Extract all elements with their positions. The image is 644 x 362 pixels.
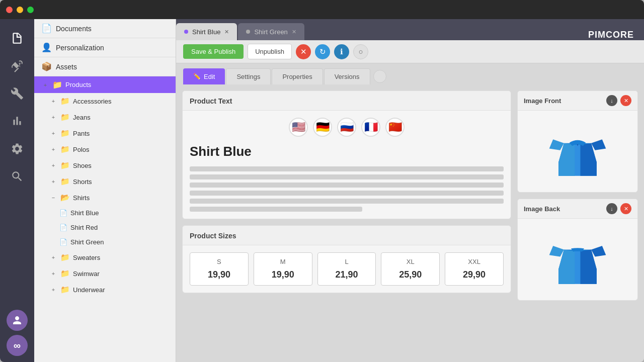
sidebar-icon-barchart[interactable] bbox=[0, 107, 34, 135]
image-back-upload-btn[interactable]: ↓ bbox=[606, 203, 617, 214]
tab-shirt-green[interactable]: Shirt Green ✕ bbox=[238, 23, 304, 40]
sidebar-icon-gear[interactable] bbox=[0, 135, 34, 162]
tree-item-shoes[interactable]: + 📁 Shoes bbox=[34, 157, 176, 173]
image-back-header: Image Back ↓ ✕ bbox=[518, 199, 637, 219]
image-front-container bbox=[518, 111, 637, 192]
sidebar-icon-search[interactable] bbox=[0, 162, 34, 190]
size-cell-s: S 19,90 bbox=[190, 252, 249, 286]
tab-close-shirt-blue[interactable]: ✕ bbox=[224, 29, 229, 35]
toolbar: Save & Publish Unpublish ✕ ↻ ℹ ○ bbox=[176, 40, 644, 63]
jeans-expander[interactable]: + bbox=[49, 113, 57, 121]
product-text-header: Product Text bbox=[183, 91, 511, 111]
tab-properties[interactable]: Properties bbox=[272, 68, 323, 84]
sweaters-label: Sweaters bbox=[73, 254, 100, 261]
sweaters-folder-icon: 📁 bbox=[60, 253, 70, 262]
image-front-delete-btn[interactable]: ✕ bbox=[620, 95, 631, 106]
text-line-3 bbox=[190, 183, 504, 188]
product-sizes-header: Product Sizes bbox=[183, 226, 511, 245]
products-label: Products bbox=[65, 81, 91, 88]
shirt-green-doc-icon: 📄 bbox=[59, 238, 67, 246]
sidebar-icon-wrench2[interactable] bbox=[0, 79, 34, 107]
circle-button[interactable]: ○ bbox=[353, 44, 368, 59]
edit-pencil-icon: ✏️ bbox=[193, 73, 201, 80]
tree-item-documents[interactable]: 📄 Documents bbox=[34, 19, 176, 38]
unpublish-button[interactable]: Unpublish bbox=[248, 44, 292, 59]
tree-item-shirt-blue[interactable]: 📄 Shirt Blue bbox=[34, 206, 176, 220]
tree-item-polos[interactable]: + 📁 Polos bbox=[34, 141, 176, 157]
polos-folder-icon: 📁 bbox=[60, 145, 70, 154]
size-price-m: 19,90 bbox=[272, 269, 294, 280]
tab-settings[interactable]: Settings bbox=[226, 68, 271, 84]
size-label-xl: XL bbox=[407, 258, 415, 265]
tree-item-personalization[interactable]: 👤 Personalization bbox=[34, 38, 176, 57]
info-button[interactable]: ℹ bbox=[334, 44, 349, 59]
tab-edit[interactable]: ✏️ Edit bbox=[183, 68, 225, 84]
refresh-button[interactable]: ↻ bbox=[315, 44, 330, 59]
main-content: Product Text 🇺🇸 🇩🇪 🇷🇺 🇫🇷 🇨🇳 Shirt Blue bbox=[176, 84, 644, 362]
delete-button[interactable]: ✕ bbox=[296, 44, 311, 59]
image-front-upload-btn[interactable]: ↓ bbox=[606, 95, 617, 106]
sidebar-icon-file[interactable] bbox=[0, 24, 34, 52]
size-cell-l: L 21,90 bbox=[317, 252, 376, 286]
shoes-folder-icon: 📁 bbox=[60, 161, 70, 170]
shorts-folder-icon: 📁 bbox=[60, 177, 70, 186]
tree-item-pants[interactable]: + 📁 Pants bbox=[34, 125, 176, 141]
main-layout: ∞ 📄 Documents 👤 Personalization 📦 Assets bbox=[0, 19, 644, 362]
tree-item-assets[interactable]: 📦 Assets bbox=[34, 57, 176, 76]
size-label-l: L bbox=[345, 258, 348, 265]
underwear-expander[interactable]: + bbox=[49, 286, 57, 294]
size-price-xl: 25,90 bbox=[399, 269, 422, 280]
cube-icon: 📦 bbox=[41, 61, 52, 72]
tree-item-sweaters[interactable]: + 📁 Sweaters bbox=[34, 249, 176, 265]
tab-close-shirt-green[interactable]: ✕ bbox=[292, 29, 296, 35]
tab-shirt-blue[interactable]: Shirt Blue ✕ bbox=[176, 23, 237, 40]
content-tab-extra[interactable] bbox=[373, 70, 386, 83]
products-expander[interactable]: + bbox=[41, 81, 49, 89]
tab-dot-green bbox=[246, 30, 250, 34]
flag-ru[interactable]: 🇷🇺 bbox=[337, 118, 356, 137]
tree-item-products[interactable]: + 📁 Products bbox=[34, 76, 176, 93]
size-label-m: M bbox=[280, 258, 286, 265]
accessories-expander[interactable]: + bbox=[49, 97, 57, 105]
tree-item-accessories[interactable]: + 📁 Accesssories bbox=[34, 93, 176, 109]
flag-fr[interactable]: 🇫🇷 bbox=[361, 118, 380, 137]
minimize-dot[interactable] bbox=[17, 7, 23, 13]
sidebar-icon-wrench[interactable] bbox=[0, 52, 34, 79]
jeans-folder-icon: 📁 bbox=[60, 113, 70, 122]
image-back-delete-btn[interactable]: ✕ bbox=[620, 203, 631, 214]
tree-item-swimwar[interactable]: + 📁 Swimwar bbox=[34, 265, 176, 282]
flag-us[interactable]: 🇺🇸 bbox=[289, 118, 308, 137]
pants-expander[interactable]: + bbox=[49, 129, 57, 137]
size-price-l: 21,90 bbox=[335, 269, 358, 280]
tree-item-underwear[interactable]: + 📁 Underwear bbox=[34, 282, 176, 298]
titlebar bbox=[0, 0, 644, 19]
user-avatar[interactable] bbox=[7, 310, 28, 331]
tab-versions[interactable]: Versions bbox=[324, 68, 370, 84]
tree-item-shorts[interactable]: + 📁 Shorts bbox=[34, 173, 176, 190]
tree-item-shirt-red[interactable]: 📄 Shirt Red bbox=[34, 220, 176, 235]
infinity-button[interactable]: ∞ bbox=[7, 335, 28, 356]
sweaters-expander[interactable]: + bbox=[49, 253, 57, 261]
image-back-actions: ↓ ✕ bbox=[606, 203, 631, 214]
text-line-6 bbox=[190, 207, 362, 212]
shirts-folder-icon: 📂 bbox=[60, 193, 70, 202]
swimwar-expander[interactable]: + bbox=[49, 269, 57, 278]
tree-item-jeans[interactable]: + 📁 Jeans bbox=[34, 109, 176, 125]
maximize-dot[interactable] bbox=[27, 7, 34, 13]
flag-cn[interactable]: 🇨🇳 bbox=[385, 118, 405, 137]
pimcore-logo-text: PIMCORE bbox=[588, 30, 634, 40]
text-line-4 bbox=[190, 191, 504, 196]
image-front-card: Image Front ↓ ✕ bbox=[517, 90, 638, 193]
shorts-expander[interactable]: + bbox=[49, 177, 57, 186]
size-label-s: S bbox=[217, 258, 221, 265]
shoes-expander[interactable]: + bbox=[49, 161, 57, 169]
size-cell-m: M 19,90 bbox=[254, 252, 312, 286]
tree-item-shirts[interactable]: − 📂 Shirts bbox=[34, 190, 176, 206]
save-publish-button[interactable]: Save & Publish bbox=[183, 44, 244, 59]
tree-item-shirt-green[interactable]: 📄 Shirt Green bbox=[34, 235, 176, 249]
shirts-expander[interactable]: − bbox=[49, 194, 57, 202]
polos-expander[interactable]: + bbox=[49, 145, 57, 153]
product-sizes-title: Product Sizes bbox=[190, 232, 236, 240]
close-dot[interactable] bbox=[6, 7, 13, 13]
flag-de[interactable]: 🇩🇪 bbox=[313, 118, 332, 137]
